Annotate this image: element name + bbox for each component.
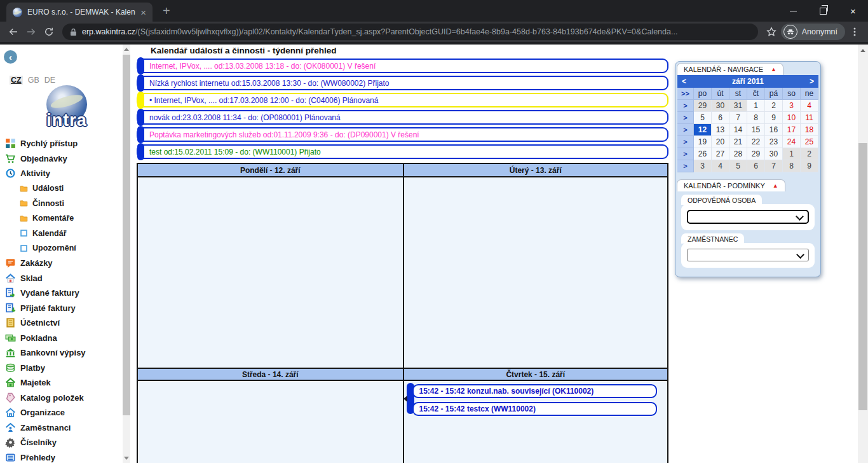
mini-calendar-day[interactable]: 24 [783, 136, 801, 148]
sidebar-item[interactable]: Upozornění [0, 241, 122, 256]
next-month-button[interactable]: > [810, 77, 814, 86]
calendar-event[interactable]: 15:42 - 15:42 konzul.nab. související (O… [412, 384, 658, 398]
mini-calendar-day[interactable]: 29 [747, 148, 765, 160]
mini-calendar-day[interactable]: 18 [801, 124, 818, 136]
sidebar-item[interactable]: Rychlý přístup [0, 136, 122, 151]
sidebar-item[interactable]: Zakázky [0, 256, 122, 271]
browser-tab[interactable]: EURO s.r.o. - DEMWAK - Kalendá × [6, 3, 153, 22]
sidebar-item[interactable]: Organizace [0, 405, 122, 420]
sidebar-item[interactable]: Sklad [0, 271, 122, 286]
minimize-button[interactable] [778, 0, 808, 22]
refresh-button[interactable] [41, 24, 57, 40]
sidebar-item[interactable]: Aktivity [0, 166, 122, 181]
mini-calendar-day[interactable]: 27 [712, 148, 729, 160]
event-item[interactable]: novák od:23.03.2008 11:34 - do: (OP08000… [137, 110, 668, 125]
day-cell-tuesday[interactable] [403, 177, 668, 368]
collapse-triangle-icon[interactable]: ▲ [773, 183, 778, 189]
language-link-gb[interactable]: GB [28, 76, 39, 85]
sidebar-item[interactable]: Události [0, 181, 122, 197]
mini-calendar-day[interactable]: 14 [729, 124, 747, 136]
sidebar-item[interactable]: Zaměstnanci [0, 420, 122, 436]
sidebar-item[interactable]: Číselníky [0, 435, 122, 450]
select-week-button[interactable]: > [677, 112, 694, 124]
language-link-cz[interactable]: CZ [10, 76, 23, 85]
sidebar-item[interactable]: Vydané faktury [0, 286, 122, 301]
restore-button[interactable] [808, 0, 838, 22]
mini-calendar-day[interactable]: 19 [694, 136, 712, 148]
mini-calendar-day[interactable]: 30 [765, 148, 783, 160]
mini-calendar-day[interactable]: 10 [783, 112, 801, 124]
mini-calendar-day[interactable]: 9 [801, 160, 818, 172]
mini-calendar-day[interactable]: 6 [712, 112, 729, 124]
scroll-down-icon[interactable] [124, 457, 129, 460]
sidebar-item[interactable]: Platby [0, 361, 122, 376]
select-week-button[interactable]: > [677, 160, 694, 172]
mini-calendar-day[interactable]: 3 [694, 160, 712, 172]
calendar-navigation-header[interactable]: KALENDÁŘ - NAVIGACE ▲ [677, 63, 783, 75]
select-week-button[interactable]: > [677, 148, 694, 160]
mini-calendar-day[interactable]: 11 [801, 112, 818, 124]
sidebar-item[interactable]: Kalendář [0, 226, 122, 241]
responsible-person-select[interactable] [687, 210, 809, 224]
incognito-profile-badge[interactable]: Anonymní [781, 24, 845, 40]
mini-calendar-day[interactable]: 26 [694, 148, 712, 160]
day-cell-wednesday[interactable] [138, 381, 403, 463]
mini-calendar-day[interactable]: 2 [765, 100, 783, 112]
event-item[interactable]: test od:15.02.2011 15:09 - do: (WW110001… [137, 144, 668, 159]
mini-calendar-day[interactable]: 1 [747, 100, 765, 112]
mini-calendar-day[interactable]: 2 [801, 148, 818, 160]
event-item[interactable]: Nízká rychlost internetu od:15.03.2008 1… [137, 76, 668, 90]
mini-calendar-day[interactable]: 8 [783, 160, 801, 172]
close-button[interactable]: × [838, 0, 868, 22]
bookmark-star-button[interactable] [763, 24, 780, 40]
mini-calendar-day[interactable]: 30 [712, 100, 729, 112]
day-cell-thursday[interactable]: 15:42 - 15:42 konzul.nab. související (O… [403, 381, 668, 463]
address-bar[interactable]: erp.wakintra.cz/(S(jsfaxidm0wv5ljwlhxqvf… [62, 24, 758, 40]
mini-calendar-day[interactable]: 20 [712, 136, 729, 148]
mini-calendar-day[interactable]: 17 [783, 124, 801, 136]
mini-calendar-day[interactable]: 5 [694, 112, 712, 124]
mini-calendar-day[interactable]: 4 [712, 160, 729, 172]
day-cell-monday[interactable] [138, 177, 403, 368]
sidebar-item[interactable]: Katalog položek [0, 390, 122, 406]
mini-calendar-day[interactable]: 31 [729, 100, 747, 112]
language-link-de[interactable]: DE [44, 76, 55, 85]
scroll-up-icon[interactable] [124, 48, 129, 51]
mini-calendar-day[interactable]: 21 [729, 136, 747, 148]
collapse-sidebar-button[interactable]: ‹ [4, 50, 17, 64]
mini-calendar-day[interactable]: 5 [729, 160, 747, 172]
mini-calendar-day[interactable]: 13 [712, 124, 729, 136]
back-button[interactable] [5, 24, 22, 40]
sidebar-item[interactable]: Účetnictví [0, 315, 122, 331]
sidebar-item[interactable]: Přehledy [0, 450, 122, 463]
mini-calendar-day[interactable]: 15 [747, 124, 765, 136]
new-tab-button[interactable]: + [163, 4, 170, 17]
event-item[interactable]: Poptávka marketingových služeb od:01.11.… [137, 127, 668, 142]
sidebar-item[interactable]: Činnosti [0, 196, 122, 211]
fast-forward-button[interactable]: >> [677, 88, 694, 100]
employee-select[interactable] [687, 249, 809, 261]
mini-calendar-day[interactable]: 3 [783, 100, 801, 112]
main-scrollbar[interactable] [858, 45, 868, 463]
select-week-button[interactable]: > [677, 136, 694, 148]
select-week-button[interactable]: > [677, 124, 694, 136]
mini-calendar-day[interactable]: 28 [729, 148, 747, 160]
event-item[interactable]: Internet, IPVox, .... od:13.03.2008 13:1… [137, 59, 668, 73]
calendar-conditions-header[interactable]: KALENDÁŘ - PODMÍNKY ▲ [677, 179, 785, 191]
mini-calendar-day[interactable]: 9 [765, 112, 783, 124]
sidebar-item[interactable]: Objednávky [0, 151, 122, 167]
mini-calendar-day[interactable]: 7 [729, 112, 747, 124]
mini-calendar-day[interactable]: 29 [694, 100, 712, 112]
select-week-button[interactable]: > [677, 100, 694, 112]
mini-calendar-day[interactable]: 6 [747, 160, 765, 172]
event-item[interactable]: • Internet, IPVox, .... od:17.03.2008 12… [137, 93, 668, 107]
browser-menu-button[interactable] [846, 24, 863, 40]
sidebar-scrollbar-thumb[interactable] [123, 55, 130, 415]
mini-calendar-day[interactable]: 12 [694, 124, 712, 136]
intra-logo[interactable]: intra [32, 85, 102, 130]
forward-button[interactable] [23, 24, 39, 40]
sidebar-item[interactable]: Majetek [0, 375, 122, 390]
mini-calendar-day[interactable]: 16 [765, 124, 783, 136]
collapse-triangle-icon[interactable]: ▲ [771, 67, 776, 73]
sidebar-item[interactable]: Pokladna [0, 331, 122, 346]
